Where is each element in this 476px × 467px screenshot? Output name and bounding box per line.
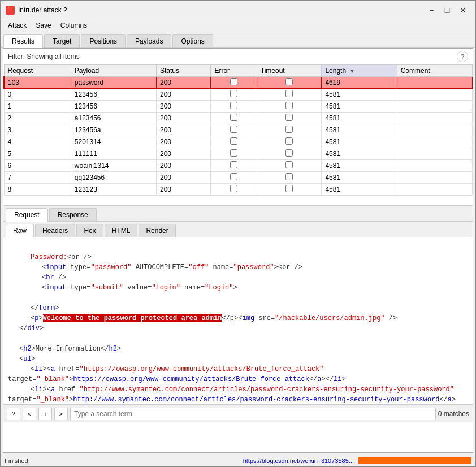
col-comment[interactable]: Comment [397,65,472,77]
subtab-headers[interactable]: Headers [35,224,75,237]
minimize-button[interactable]: − [424,5,439,16]
results-table: Request Payload Status Error Timeout Len… [3,64,473,196]
subtab-raw[interactable]: Raw [6,224,34,237]
main-tab-bar: Results Target Positions Payloads Option… [1,32,475,48]
cell-request: 8 [4,184,71,196]
cell-length: 4581 [322,113,397,124]
cell-payload: 123123 [71,184,156,196]
subtab-html[interactable]: HTML [105,224,138,237]
status-progress [358,457,471,464]
cell-error[interactable] [211,77,257,89]
status-bar: Finished https://blog.csdn.net/weixin_31… [1,455,475,466]
cell-error[interactable] [211,136,257,148]
prev-button[interactable]: < [23,408,36,420]
cell-request: 103 [4,77,71,89]
col-request[interactable]: Request [4,65,71,77]
cell-payload: a123456 [71,113,156,124]
col-payload[interactable]: Payload [71,65,156,77]
cell-comment [397,77,472,89]
results-table-container[interactable]: Request Payload Status Error Timeout Len… [3,64,473,206]
cell-status: 200 [157,89,211,101]
title-bar: 🔴 Intruder attack 2 − □ ✕ [1,1,475,19]
cell-timeout[interactable] [257,124,322,136]
table-row[interactable]: 452013142004581 [4,136,473,148]
cell-timeout[interactable] [257,89,322,101]
cell-timeout[interactable] [257,101,322,113]
cell-timeout[interactable] [257,160,322,172]
cell-payload: 5201314 [71,136,156,148]
table-row[interactable]: 2a1234562004581 [4,113,473,124]
cell-comment [397,172,472,184]
tab-response[interactable]: Response [49,208,97,221]
cell-status: 200 [157,124,211,136]
subtab-hex[interactable]: Hex [76,224,103,237]
cell-status: 200 [157,160,211,172]
table-row[interactable]: 11234562004581 [4,101,473,113]
cell-status: 200 [157,77,211,89]
cell-error[interactable] [211,184,257,196]
col-length[interactable]: Length ▼ [322,65,397,77]
cell-length: 4581 [322,101,397,113]
cell-comment [397,160,472,172]
help-button[interactable]: ? [457,51,468,62]
help-nav-button[interactable]: ? [7,408,20,420]
table-row[interactable]: 6woaini13142004581 [4,160,473,172]
cell-error[interactable] [211,113,257,124]
search-input[interactable] [70,408,436,420]
bottom-bar: ? < + > 0 matches [3,404,473,422]
cell-request: 4 [4,136,71,148]
cell-timeout[interactable] [257,172,322,184]
cell-timeout[interactable] [257,148,322,160]
cell-timeout[interactable] [257,113,322,124]
cell-error[interactable] [211,89,257,101]
cell-length: 4581 [322,148,397,160]
cell-status: 200 [157,148,211,160]
col-timeout[interactable]: Timeout [257,65,322,77]
app-icon: 🔴 [6,6,15,15]
cell-status: 200 [157,172,211,184]
cell-status: 200 [157,101,211,113]
cell-length: 4619 [322,77,397,89]
cell-error[interactable] [211,160,257,172]
cell-error[interactable] [211,172,257,184]
subtab-render[interactable]: Render [139,224,175,237]
table-row[interactable]: 103password2004619 [4,77,473,89]
cell-payload: woaini1314 [71,160,156,172]
maximize-button[interactable]: □ [440,5,455,16]
cell-timeout[interactable] [257,136,322,148]
menu-columns[interactable]: Columns [56,20,92,31]
menu-attack[interactable]: Attack [3,20,31,31]
filter-text: Filter: Showing all items [8,53,80,60]
cell-request: 5 [4,148,71,160]
cell-error[interactable] [211,148,257,160]
tab-results[interactable]: Results [3,34,43,48]
up-button[interactable]: + [38,408,52,420]
cell-request: 2 [4,113,71,124]
status-text: Finished [5,457,28,464]
tab-request[interactable]: Request [6,208,48,222]
cell-length: 4581 [322,124,397,136]
table-row[interactable]: 7qq1234562004581 [4,172,473,184]
table-row[interactable]: 3123456a2004581 [4,124,473,136]
tab-positions[interactable]: Positions [81,34,126,47]
cell-status: 200 [157,184,211,196]
cell-error[interactable] [211,124,257,136]
menu-save[interactable]: Save [31,20,55,31]
next-button[interactable]: > [54,408,68,420]
req-res-tab-bar: Request Response [3,206,473,222]
close-button[interactable]: ✕ [456,5,470,16]
table-row[interactable]: 81231232004581 [4,184,473,196]
cell-payload: 111111 [71,148,156,160]
col-error[interactable]: Error [211,65,257,77]
table-row[interactable]: 01234562004581 [4,89,473,101]
tab-payloads[interactable]: Payloads [127,34,171,47]
table-row[interactable]: 51111112004581 [4,148,473,160]
cell-error[interactable] [211,101,257,113]
cell-timeout[interactable] [257,184,322,196]
cell-comment [397,124,472,136]
col-status[interactable]: Status [157,65,211,77]
tab-target[interactable]: Target [44,34,80,47]
cell-payload: 123456a [71,124,156,136]
tab-options[interactable]: Options [172,34,213,47]
cell-timeout[interactable] [257,77,322,89]
